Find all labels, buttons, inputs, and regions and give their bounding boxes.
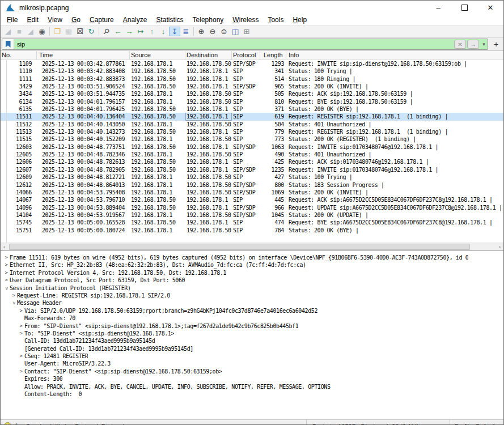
go-forward-icon[interactable]: → [124, 27, 135, 36]
status-profile[interactable]: Profile: Default [450, 420, 503, 425]
packet-row[interactable]: 141042025-12-13 00:04:53.919567192.168.1… [1, 211, 503, 219]
column-header-time[interactable]: Time [37, 51, 130, 60]
zoom-in-icon[interactable]: ⊕ [196, 27, 207, 36]
column-header-info[interactable]: Info [286, 51, 503, 60]
packet-row[interactable]: 157452025-12-13 00:05:00.165528192.168.1… [1, 219, 503, 226]
detail-line[interactable]: >Session Initiation Protocol (REGISTER) [1, 284, 503, 292]
expander-icon[interactable]: > [18, 352, 24, 360]
packet-row[interactable]: 11092025-12-13 00:03:42.877861192.168.17… [1, 60, 503, 67]
capture-start-icon[interactable]: ◢ [2, 27, 14, 36]
detail-line[interactable]: >Request-Line: REGISTER sip:192.168.178.… [1, 292, 503, 299]
expander-icon[interactable]: > [10, 292, 17, 299]
go-back-icon[interactable]: ← [112, 27, 124, 36]
go-bottom-icon[interactable]: ↓ [158, 27, 169, 36]
save-file-icon[interactable]: ▦ [63, 27, 74, 36]
column-header-no[interactable]: No. [1, 51, 37, 60]
zoom-normal-icon[interactable]: ⊜ [218, 27, 230, 36]
menu-statistics[interactable]: Statistics [151, 15, 188, 24]
column-header-destination[interactable]: Destination [185, 51, 232, 60]
scrollbar-track[interactable] [471, 243, 496, 250]
detail-line[interactable]: >Contact: "SIP-Dienst" <sip:sip-dienst@1… [1, 368, 503, 375]
packet-row[interactable]: 140962025-12-13 00:04:53.889404192.168.1… [1, 204, 503, 211]
packet-row[interactable]: 115132025-12-13 00:04:40.143273192.168.1… [1, 128, 503, 135]
menu-capture[interactable]: Capture [85, 15, 118, 24]
detail-line[interactable]: Expires: 300 [1, 375, 503, 382]
filter-input[interactable]: sip [14, 41, 454, 48]
detail-line[interactable]: >Message Header [1, 299, 503, 307]
menu-telephony[interactable]: Telephony [188, 15, 228, 24]
packet-row[interactable]: 126092025-12-13 00:04:48.812721192.168.1… [1, 173, 503, 181]
expander-icon[interactable]: > [18, 322, 24, 330]
packet-row[interactable]: 140672025-12-13 00:04:53.796710192.168.1… [1, 196, 503, 203]
colorize-icon[interactable]: ≣ [180, 27, 192, 36]
detail-line[interactable]: >From: "SIP-Dienst" <sip:sip-dienst@192.… [1, 322, 503, 330]
packet-row[interactable]: 115122025-12-13 00:04:40.143050192.168.1… [1, 121, 503, 128]
minimize-button[interactable]: – [425, 1, 451, 15]
horizontal-scrollbar[interactable]: ‹ › [1, 243, 503, 250]
expander-icon[interactable]: > [3, 277, 10, 284]
detail-line[interactable]: Call-ID: 13dd1ab721234f43aed9995b9a95145… [1, 337, 503, 345]
go-top-icon[interactable]: ↑ [146, 27, 158, 36]
detail-line[interactable]: [Generated Call-ID: 13dd1ab721234f43aed9… [1, 345, 503, 352]
close-file-icon[interactable]: ☒ [74, 27, 86, 36]
open-file-icon[interactable]: ❐ [52, 27, 63, 36]
zoom-out-icon[interactable]: ⊖ [207, 27, 218, 36]
detail-line[interactable]: >Internet Protocol Version 4, Src: 192.1… [1, 269, 503, 277]
packet-row[interactable]: 34342025-12-13 00:03:51.944735192.168.17… [1, 90, 503, 97]
packet-row[interactable]: 34292025-12-13 00:03:51.906524192.168.17… [1, 83, 503, 90]
packet-row[interactable]: 61342025-12-13 00:04:01.796157192.168.17… [1, 98, 503, 105]
packet-row[interactable]: 126032025-12-13 00:04:48.773751192.168.1… [1, 143, 503, 151]
menu-wireless[interactable]: Wireless [228, 15, 263, 24]
packet-row[interactable]: 61352025-12-13 00:04:01.796425192.168.17… [1, 105, 503, 113]
auto-scroll-icon[interactable]: ↧ [169, 27, 180, 36]
expert-info-icon[interactable] [4, 422, 11, 425]
menu-edit[interactable]: Edit [22, 15, 43, 24]
menu-go[interactable]: Go [67, 15, 85, 24]
capture-stop-icon[interactable]: ■ [14, 27, 25, 36]
expander-icon[interactable]: > [3, 254, 10, 261]
scroll-left-icon[interactable]: ‹ [1, 243, 8, 250]
detail-line[interactable]: >User Datagram Protocol, Src Port: 63159… [1, 277, 503, 284]
filter-bookmark-button[interactable] [2, 39, 14, 49]
column-header-length[interactable]: Length [260, 51, 286, 60]
reload-icon[interactable]: ↻ [86, 27, 97, 36]
menu-view[interactable]: View [43, 15, 67, 24]
detail-line[interactable]: Max-Forwards: 70 [1, 314, 503, 322]
expander-icon[interactable]: > [2, 284, 10, 291]
resize-columns-icon[interactable]: ◫ [230, 27, 241, 36]
detail-line[interactable]: >Via: SIP/2.0/UDP 192.168.178.50:63159;r… [1, 307, 503, 314]
filter-apply-button[interactable]: → [467, 40, 479, 49]
detail-line[interactable]: User-Agent: MicroSIP/3.22.3 [1, 360, 503, 367]
expander-icon[interactable]: > [18, 307, 24, 314]
detail-line[interactable]: >CSeq: 12481 REGISTER [1, 352, 503, 360]
expander-icon[interactable]: > [10, 300, 17, 307]
packet-row[interactable]: 126072025-12-13 00:04:48.782905192.168.1… [1, 166, 503, 173]
maximize-button[interactable] [451, 1, 477, 15]
scroll-right-icon[interactable]: › [496, 243, 503, 250]
capture-restart-icon[interactable]: ◢ [25, 27, 36, 36]
detail-line[interactable]: >Ethernet II, Src: HP_32:2b:83 (48:ea:62… [1, 261, 503, 269]
packet-row[interactable]: 11112025-12-13 00:03:42.883873192.168.17… [1, 75, 503, 83]
capture-options-icon[interactable]: ◉ [36, 27, 48, 36]
filter-clear-button[interactable]: ✕ [454, 40, 466, 49]
packet-row[interactable]: 126122025-12-13 00:04:48.864013192.168.1… [1, 181, 503, 189]
column-header-source[interactable]: Source [130, 51, 185, 60]
expander-icon[interactable]: > [18, 368, 24, 375]
filter-add-button[interactable]: + [491, 39, 501, 49]
menu-file[interactable]: File [2, 15, 22, 24]
goto-packet-icon[interactable]: ↦ [135, 27, 146, 36]
packet-row[interactable]: 115112025-12-13 00:04:40.136404192.168.1… [1, 113, 503, 120]
expander-icon[interactable]: > [3, 261, 10, 269]
close-button[interactable]: ✕ [477, 1, 503, 15]
menu-analyze[interactable]: Analyze [118, 15, 152, 24]
packet-row[interactable]: 140662025-12-13 00:04:53.795408192.168.1… [1, 189, 503, 196]
packet-row[interactable]: 115152025-12-13 00:04:40.152209192.168.1… [1, 135, 503, 143]
detail-line[interactable]: Allow: PRACK, INVITE, ACK, BYE, CANCEL, … [1, 383, 503, 390]
expander-icon[interactable]: > [3, 269, 10, 277]
menu-help[interactable]: Help [288, 15, 311, 24]
expander-icon[interactable]: > [18, 330, 24, 337]
find-icon[interactable]: ⚲ [101, 27, 112, 36]
layout-grid-icon[interactable]: ⊞ [241, 27, 252, 36]
detail-line[interactable]: >Frame 11511: 619 bytes on wire (4952 bi… [1, 254, 503, 261]
detail-line[interactable]: Content-Length: 0 [1, 390, 503, 398]
